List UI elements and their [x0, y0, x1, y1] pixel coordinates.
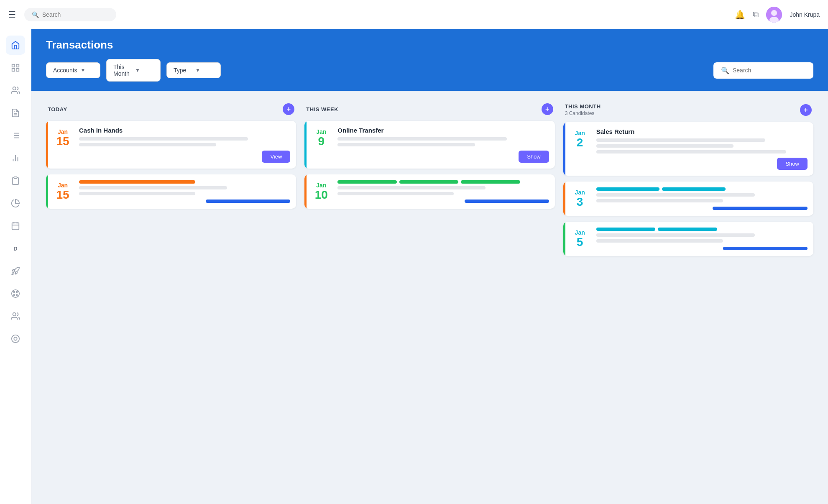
placeholder-line [337, 186, 486, 189]
card-body [336, 174, 555, 209]
svg-rect-5 [12, 69, 15, 71]
card-date: Jan 15 [48, 174, 77, 209]
page-header: Transactions Accounts ▼ This Month ▼ Typ… [31, 29, 828, 91]
card-sales-return: Jan 2 Sales Return Show [563, 122, 813, 176]
avatar[interactable] [766, 7, 782, 23]
card-date: Jan 3 [565, 182, 595, 216]
placeholder-line [79, 143, 216, 146]
view-button[interactable]: View [262, 151, 290, 163]
topnav-search-icon: 🔍 [32, 11, 39, 18]
sidebar-item-palette[interactable] [6, 284, 25, 303]
sidebar-item-donut[interactable] [6, 329, 25, 348]
notification-icon[interactable]: 🔔 [735, 10, 745, 20]
svg-rect-3 [12, 64, 15, 67]
filter-bar: Accounts ▼ This Month ▼ Type ▼ 🔍 [46, 59, 813, 91]
svg-point-7 [13, 87, 16, 90]
svg-point-30 [12, 335, 19, 343]
sidebar-item-home[interactable] [6, 36, 25, 55]
card-body: Sales Return Show [595, 122, 813, 176]
card-date: Jan 10 [307, 174, 336, 209]
column-this-month-title: THIS MONTH [565, 103, 601, 110]
bar-line-green-1 [337, 180, 396, 184]
type-filter[interactable]: Type ▼ [166, 62, 221, 78]
svg-point-24 [12, 290, 19, 297]
bar-line-orange [79, 180, 195, 184]
show-button[interactable]: Show [777, 158, 808, 170]
sidebar-item-bar-chart[interactable] [6, 148, 25, 168]
topnav-search-input[interactable] [42, 11, 109, 18]
column-this-month-header: THIS MONTH 3 Candidates + [563, 99, 813, 122]
user-name: John Krupa [790, 11, 820, 18]
sidebar-item-calendar[interactable] [6, 216, 25, 235]
placeholder-line [596, 193, 755, 197]
sidebar: D [0, 29, 31, 504]
bar-line-cyan-2 [662, 187, 726, 191]
svg-rect-6 [16, 69, 19, 71]
topnav-search-box[interactable]: 🔍 [24, 8, 116, 21]
column-today-title: TODAY [48, 106, 67, 113]
column-this-month-subtitle: 3 Candidates [565, 110, 601, 116]
card-cash-in-hands: Jan 15 Cash In Hands View [46, 121, 296, 169]
card-body: Cash In Hands View [77, 121, 296, 169]
svg-point-28 [16, 294, 18, 296]
add-today-button[interactable]: + [283, 103, 294, 115]
card-month: Jan [58, 182, 68, 189]
bar-line-cyan-2 [658, 228, 717, 231]
header-search-icon: 🔍 [721, 67, 729, 74]
card-month: Jan [316, 182, 326, 189]
header-search-input[interactable] [733, 67, 806, 74]
this-month-label: This Month [113, 64, 132, 77]
card-date: Jan 9 [307, 121, 336, 169]
copy-icon[interactable]: ⧉ [753, 10, 759, 19]
svg-rect-20 [12, 223, 19, 230]
card-date: Jan 15 [48, 121, 77, 169]
svg-rect-19 [14, 177, 17, 179]
card-day: 15 [56, 135, 69, 148]
card-action: Show [337, 151, 549, 163]
placeholder-line [596, 150, 787, 154]
sidebar-item-grid[interactable] [6, 58, 25, 77]
card-day: 5 [577, 236, 583, 249]
svg-point-25 [13, 292, 15, 293]
card-day: 10 [315, 189, 328, 202]
placeholder-line [337, 143, 475, 146]
accounts-filter[interactable]: Accounts ▼ [46, 62, 100, 78]
sidebar-item-team[interactable] [6, 307, 25, 326]
card-day: 9 [318, 135, 325, 148]
column-today: TODAY + Jan 15 Cash In Hands View [42, 99, 300, 503]
sidebar-item-clipboard[interactable] [6, 171, 25, 190]
column-this-month: THIS MONTH 3 Candidates + Jan 2 Sales Re… [559, 99, 818, 503]
accounts-label: Accounts [53, 67, 77, 74]
board: TODAY + Jan 15 Cash In Hands View [31, 91, 828, 504]
svg-point-29 [13, 313, 16, 316]
card-month: Jan [575, 189, 585, 196]
column-this-week: THIS WEEK + Jan 9 Online Transfer Show [300, 99, 559, 503]
placeholder-line [596, 239, 723, 243]
placeholder-line [337, 137, 506, 141]
sidebar-item-rocket[interactable] [6, 261, 25, 281]
placeholder-line [596, 144, 733, 148]
topnav: ☰ 🔍 🔔 ⧉ John Krupa [0, 0, 828, 29]
placeholder-line [337, 192, 454, 195]
sidebar-item-users[interactable] [6, 81, 25, 100]
add-this-week-button[interactable]: + [542, 103, 553, 115]
sidebar-item-list[interactable] [6, 126, 25, 145]
header-search-box[interactable]: 🔍 [713, 62, 813, 79]
sidebar-item-doc[interactable] [6, 103, 25, 123]
sidebar-item-pie[interactable] [6, 194, 25, 213]
this-month-filter[interactable]: This Month ▼ [106, 59, 161, 82]
card-body [595, 222, 813, 256]
show-button[interactable]: Show [519, 151, 549, 163]
bar-line-blue [713, 207, 808, 210]
this-month-chevron: ▼ [135, 67, 153, 73]
card-date: Jan 5 [565, 222, 595, 256]
placeholder-line [596, 233, 755, 237]
bar-line-cyan-1 [596, 228, 655, 231]
add-this-month-button[interactable]: + [800, 104, 812, 116]
column-this-week-title: THIS WEEK [306, 106, 338, 113]
svg-point-26 [16, 292, 18, 293]
placeholder-line [79, 137, 248, 141]
sidebar-item-d[interactable]: D [6, 239, 25, 258]
card-day: 3 [577, 196, 583, 209]
menu-icon[interactable]: ☰ [8, 10, 16, 20]
